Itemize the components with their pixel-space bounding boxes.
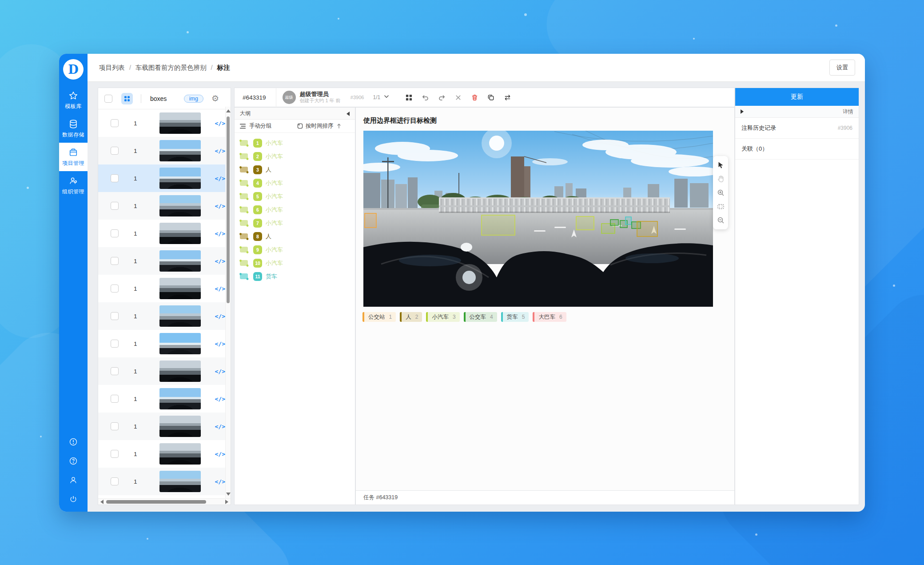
row-thumbnail[interactable] [159,140,201,161]
outline-item[interactable]: 9 小汽车 [239,243,355,256]
outline-item[interactable]: 2 小汽车 [239,150,355,163]
row-checkbox[interactable] [111,367,119,375]
row-thumbnail[interactable] [159,223,201,244]
code-icon[interactable]: </> [215,203,225,209]
code-icon[interactable]: </> [215,451,225,457]
file-row[interactable]: 1 </> [98,330,225,357]
row-thumbnail[interactable] [159,361,201,382]
outline-item[interactable]: 7 小汽车 [239,216,355,230]
outline-item[interactable]: 6 小汽车 [239,203,355,216]
file-row[interactable]: 1 </> [98,468,225,495]
gear-icon[interactable]: ⚙ [211,94,219,103]
row-thumbnail[interactable] [159,112,201,134]
file-row[interactable]: 1 </> [98,164,225,192]
code-icon[interactable]: </> [215,148,225,154]
code-icon[interactable]: </> [215,423,225,430]
file-row[interactable]: 1 </> [98,302,225,330]
file-row[interactable]: 1 </> [98,357,225,385]
scroll-left-arrow[interactable] [100,500,104,504]
bounding-box[interactable] [365,213,376,228]
code-icon[interactable]: </> [215,230,225,237]
zoom-out-button[interactable] [714,213,727,227]
group-mode-button[interactable]: 手动分组 [240,122,271,130]
row-checkbox[interactable] [111,174,119,182]
row-thumbnail[interactable] [159,250,201,272]
bounding-box[interactable] [576,216,594,230]
annotations-dropdown[interactable] [383,93,390,102]
undo-button[interactable] [420,92,430,103]
scroll-up-arrow[interactable] [226,109,231,112]
sidebar-item-organization[interactable]: 组织管理 [59,171,88,200]
row-thumbnail[interactable] [159,416,201,437]
user-icon[interactable] [69,476,78,485]
row-checkbox[interactable] [111,257,119,265]
collapse-panel-button[interactable] [344,111,350,116]
power-icon[interactable] [69,495,78,504]
row-thumbnail[interactable] [159,305,201,327]
file-row[interactable]: 1 </> [98,192,225,220]
label-tag[interactable]: 小汽车 3 [426,312,459,322]
reset-button[interactable] [453,92,463,103]
file-row[interactable]: 1 </> [98,275,225,302]
code-icon[interactable]: </> [215,258,225,264]
file-row[interactable]: 1 </> [98,220,225,247]
file-row[interactable]: 1 </> [98,413,225,440]
row-checkbox[interactable] [111,285,119,293]
row-thumbnail[interactable] [159,388,201,409]
code-icon[interactable]: </> [215,341,225,347]
row-thumbnail[interactable] [159,471,201,492]
grid-view-button[interactable] [121,93,133,104]
vertical-scroll-thumb[interactable] [227,116,230,303]
bounding-box[interactable] [637,221,657,236]
code-icon[interactable]: </> [215,175,225,182]
row-checkbox[interactable] [111,450,119,458]
row-thumbnail[interactable] [159,168,201,189]
outline-item[interactable]: 1 小汽车 [239,136,355,150]
panorama-scene[interactable] [363,131,713,307]
code-icon[interactable]: </> [215,396,225,402]
info-icon[interactable] [69,437,78,446]
file-row[interactable]: 1 </> [98,385,225,413]
code-icon[interactable]: </> [215,478,225,485]
row-checkbox[interactable] [111,477,119,485]
bounding-box[interactable] [625,217,631,224]
settings-button[interactable]: 设置 [829,60,855,76]
file-row[interactable]: 1 </> [98,495,225,498]
file-row[interactable]: 1 </> [98,440,225,468]
sidebar-item-template-library[interactable]: 模板库 [59,86,88,114]
avatar[interactable]: 超级 [283,91,296,104]
relations-row[interactable]: 关联（0） [735,139,859,160]
label-tag[interactable]: 货车 5 [501,312,529,322]
row-checkbox[interactable] [111,422,119,430]
delete-button[interactable] [469,92,480,103]
outline-item[interactable]: 8 人 [239,230,355,243]
scroll-right-arrow[interactable] [225,500,228,504]
row-thumbnail[interactable] [159,333,201,354]
row-checkbox[interactable] [111,202,119,210]
select-tool-button[interactable] [714,158,727,172]
type-badge[interactable]: img [184,95,203,103]
expand-details-button[interactable] [741,109,744,114]
code-icon[interactable]: </> [215,313,225,320]
row-checkbox[interactable] [111,119,119,127]
sidebar-item-project-management[interactable]: 项目管理 [59,143,88,171]
redo-button[interactable] [436,92,447,103]
label-tag[interactable]: 公交车 4 [464,312,497,322]
file-row[interactable]: 1 </> [98,109,225,137]
row-checkbox[interactable] [111,340,119,348]
row-checkbox[interactable] [111,229,119,237]
row-thumbnail[interactable] [159,278,201,299]
label-tag[interactable]: 公交站 1 [362,312,396,322]
vertical-scrollbar[interactable] [225,107,231,498]
zoom-in-button[interactable] [714,186,727,200]
select-all-checkbox[interactable] [104,95,112,103]
row-thumbnail[interactable] [159,443,201,465]
row-checkbox[interactable] [111,395,119,403]
row-checkbox[interactable] [111,147,119,155]
row-checkbox[interactable] [111,312,119,320]
help-icon[interactable] [69,457,78,465]
annotation-image[interactable] [363,131,713,307]
outline-item[interactable]: 4 小汽车 [239,176,355,190]
file-row[interactable]: 1 </> [98,137,225,164]
horizontal-scroll-thumb[interactable] [106,500,206,504]
